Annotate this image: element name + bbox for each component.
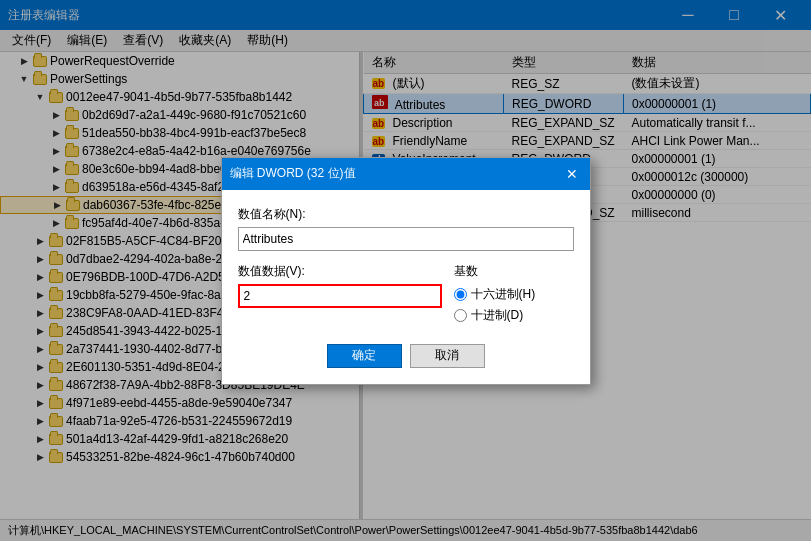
data-label: 数值数据(V): <box>238 263 442 280</box>
radio-hex-label: 十六进制(H) <box>471 286 536 303</box>
edit-dword-dialog: 编辑 DWORD (32 位)值 ✕ 数值名称(N): 数值数据(V): 基数 … <box>221 157 591 385</box>
dialog-title: 编辑 DWORD (32 位)值 <box>230 165 356 182</box>
base-label: 基数 <box>454 263 574 280</box>
cancel-button[interactable]: 取消 <box>410 344 485 368</box>
dialog-overlay: 编辑 DWORD (32 位)值 ✕ 数值名称(N): 数值数据(V): 基数 … <box>0 0 811 541</box>
value-section: 数值数据(V): <box>238 263 442 308</box>
base-group: 基数 十六进制(H) 十进制(D) <box>454 263 574 328</box>
name-label: 数值名称(N): <box>238 206 574 223</box>
dialog-body: 数值名称(N): 数值数据(V): 基数 十六进制(H) 十进制(D) <box>222 190 590 384</box>
name-input[interactable] <box>238 227 574 251</box>
radio-hex[interactable]: 十六进制(H) <box>454 286 574 303</box>
dialog-buttons: 确定 取消 <box>238 344 574 368</box>
radio-dec-input[interactable] <box>454 309 467 322</box>
radio-dec[interactable]: 十进制(D) <box>454 307 574 324</box>
dialog-close-button[interactable]: ✕ <box>562 164 582 184</box>
data-value-input[interactable] <box>238 284 442 308</box>
dialog-title-bar: 编辑 DWORD (32 位)值 ✕ <box>222 158 590 190</box>
data-row: 数值数据(V): 基数 十六进制(H) 十进制(D) <box>238 263 574 328</box>
radio-dec-label: 十进制(D) <box>471 307 524 324</box>
radio-hex-input[interactable] <box>454 288 467 301</box>
ok-button[interactable]: 确定 <box>327 344 402 368</box>
